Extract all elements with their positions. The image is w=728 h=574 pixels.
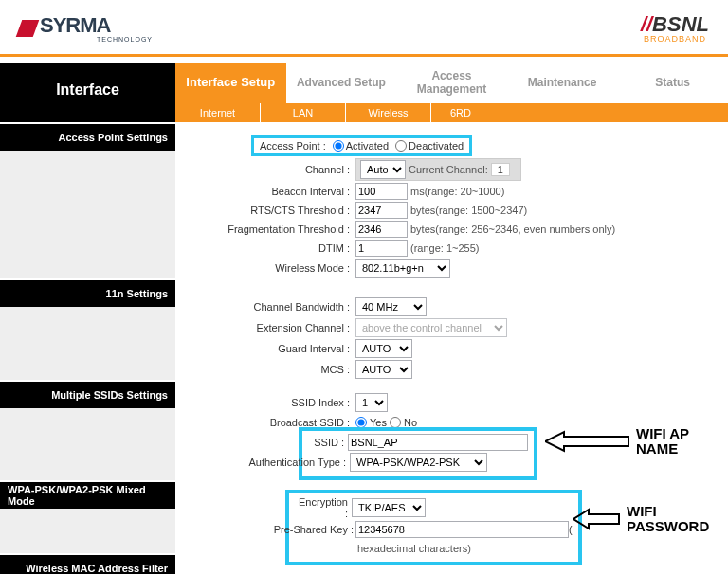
subtab-wireless[interactable]: Wireless (346, 103, 431, 122)
radio-deactivated[interactable] (395, 140, 407, 152)
ssid-input[interactable] (348, 434, 528, 451)
sidebar: Interface Access Point Settings 11n Sett… (0, 63, 175, 574)
psk-label: Pre-Shared Key : (266, 524, 354, 535)
ssid-index-select[interactable]: 1 (355, 393, 388, 412)
section-11n: 11n Settings (0, 278, 175, 307)
rts-input[interactable] (355, 202, 408, 219)
section-mac: Wireless MAC Address Filter (0, 553, 175, 574)
logo-syrma: SYRMA TECHNOLOGY (19, 13, 153, 43)
channel-label: Channel : (185, 164, 355, 175)
mcs-label: MCS : (185, 364, 355, 375)
bw-select[interactable]: 40 MHz (355, 297, 427, 316)
dtim-label: DTIM : (185, 242, 355, 254)
section-wpa: WPA-PSK/WPA2-PSK Mixed Mode (0, 480, 175, 509)
beacon-label: Beacon Interval : (185, 186, 355, 197)
highlight-psk-block: Encryption : TKIP/AES Pre-Shared Key : (… (285, 490, 582, 565)
wmode-label: Wireless Mode : (185, 262, 355, 274)
subtab-internet[interactable]: Internet (175, 103, 261, 122)
arrow-left-icon (545, 430, 630, 453)
highlight-ssid-block: SSID : Authentication Type : WPA-PSK/WPA… (299, 427, 537, 480)
annotation-ap-name: WIFI AP NAME (545, 426, 712, 457)
auth-label: Authentication Type : (308, 457, 346, 468)
rts-label: RTS/CTS Threshold : (185, 205, 355, 216)
psk-input[interactable] (355, 521, 569, 538)
tab-interface-setup[interactable]: Interface Setup (175, 63, 286, 103)
ssid-index-label: SSID Index : (185, 397, 355, 408)
tab-status[interactable]: Status (617, 63, 728, 103)
ext-label: Extension Channel : (185, 322, 355, 333)
dtim-input[interactable] (355, 240, 408, 257)
beacon-input[interactable] (355, 183, 408, 200)
enc-label: Encryption : (295, 496, 352, 519)
syrma-icon (16, 20, 40, 37)
logo-bsnl: //BSNL BROADBAND (641, 12, 709, 44)
highlight-access-point: Access Point : Activated Deactivated (251, 135, 472, 156)
annotation-password: WIFI PASSWORD (573, 504, 721, 534)
enc-select[interactable]: TKIP/AES (352, 498, 426, 517)
bw-label: Channel Bandwidth : (185, 301, 355, 313)
sidebar-title: Interface (0, 63, 175, 122)
subtab-6rd[interactable]: 6RD (431, 103, 728, 122)
access-point-label: Access Point : (260, 140, 326, 152)
frag-label: Fragmentation Threshold : (185, 224, 355, 235)
mcs-select[interactable]: AUTO (355, 360, 412, 379)
svg-marker-0 (545, 432, 628, 451)
guard-select[interactable]: AUTO (355, 339, 412, 358)
svg-marker-1 (573, 510, 619, 529)
auth-select[interactable]: WPA-PSK/WPA2-PSK (350, 453, 487, 472)
section-ssid: Multiple SSIDs Settings (0, 380, 175, 408)
guard-label: Guard Interval : (185, 343, 355, 354)
frag-input[interactable] (355, 221, 408, 238)
arrow-left-icon (573, 508, 621, 530)
tab-access-management[interactable]: Access Management (396, 63, 507, 103)
wmode-select[interactable]: 802.11b+g+n (355, 259, 450, 278)
subtab-lan[interactable]: LAN (261, 103, 346, 122)
tab-maintenance[interactable]: Maintenance (507, 63, 618, 103)
section-ap-settings: Access Point Settings (0, 122, 175, 151)
tab-advanced-setup[interactable]: Advanced Setup (286, 63, 397, 103)
main-tabs: Interface Setup Advanced Setup Access Ma… (175, 63, 728, 103)
channel-select[interactable]: Auto (360, 160, 406, 179)
radio-activated[interactable] (333, 140, 344, 152)
ssid-label: SSID : (308, 437, 348, 448)
ext-select[interactable]: above the control channel (355, 318, 507, 337)
page-header: SYRMA TECHNOLOGY //BSNL BROADBAND (0, 0, 728, 57)
sub-tabs: Internet LAN Wireless 6RD (175, 103, 728, 122)
